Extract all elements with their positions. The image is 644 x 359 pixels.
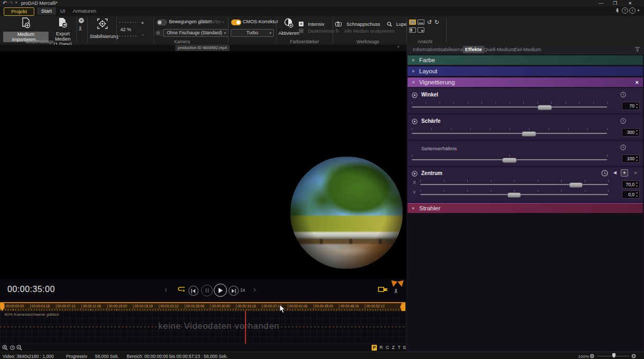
percent-decrease-button[interactable]: −	[141, 32, 145, 38]
cmos-toggle[interactable]	[231, 20, 241, 25]
timeline-zoom-in-icon[interactable]	[2, 345, 8, 351]
timeline-clock-icon[interactable]	[10, 345, 15, 350]
loop-playback-icon[interactable]	[177, 286, 186, 292]
mode-letter-r[interactable]: R	[378, 345, 384, 351]
analyze-all-button[interactable]: ↻ Alle Medien analysieren	[335, 26, 394, 35]
playback-speed-label[interactable]: 1x	[240, 287, 245, 293]
clock-icon[interactable]	[620, 144, 626, 150]
jump-forward-icon[interactable]: ›	[253, 285, 256, 294]
spinner-arrows[interactable]: ▲▼	[635, 181, 639, 188]
slider-handle-seitenverhaeltnis[interactable]	[502, 158, 517, 163]
quickbar-dropdown-icon[interactable]: ▾	[15, 1, 17, 5]
slider-handle-zentrum-y[interactable]	[507, 192, 521, 198]
trim-out-marker[interactable]	[397, 280, 405, 287]
value-box-schaerfe[interactable]: 300▲▼	[622, 128, 640, 137]
tab-ui[interactable]: UI	[56, 7, 70, 15]
collapse-strip-icon[interactable]: »	[396, 45, 401, 47]
slider-handle-zentrum-x[interactable]	[569, 182, 583, 188]
pause-button[interactable]	[201, 285, 213, 296]
view-layout-4-button[interactable]	[418, 27, 424, 33]
rotate-cw-icon[interactable]: ↻	[434, 19, 439, 26]
redo-icon[interactable]: ↷	[8, 0, 13, 6]
slider-track-winkel[interactable]	[412, 106, 607, 108]
timeline-zoom-out-icon[interactable]	[16, 345, 22, 351]
pin-icon[interactable]	[615, 8, 620, 13]
keyframe-record-icon[interactable]	[412, 92, 418, 98]
clock-icon[interactable]	[620, 118, 626, 124]
cut-scissors-icon[interactable]: ✂	[77, 26, 84, 31]
keyframe-record-icon[interactable]	[412, 171, 418, 177]
undo-icon[interactable]: ↶	[3, 0, 7, 6]
prev-keyframe-icon[interactable]: ◀	[613, 170, 617, 175]
rotate-ccw-icon[interactable]: ↺	[427, 19, 432, 26]
section-header-farbe[interactable]: » Farbe	[408, 55, 643, 65]
mode-letter-s[interactable]: S	[402, 345, 407, 351]
slider-track-seitenverhaeltnis[interactable]	[412, 159, 607, 160]
cut-at-playhead-icon[interactable]: ✂	[393, 288, 400, 293]
timeline-track-area[interactable]: 40% Kameraschwenk glätten keine Videodat…	[0, 311, 405, 344]
spinner-arrows[interactable]: ▲▼	[635, 102, 639, 110]
value-box-winkel[interactable]: 70▲▼	[622, 102, 640, 110]
panel-tab-ziel-medium[interactable]: Ziel-Medium	[512, 46, 543, 53]
section-header-layout[interactable]: » Layout	[408, 66, 643, 76]
slider-handle-schaerfe[interactable]	[522, 131, 536, 137]
ui-zoom-out-icon[interactable]	[590, 354, 594, 358]
slider-handle-winkel[interactable]	[537, 105, 552, 110]
minimize-button[interactable]: —	[599, 1, 603, 6]
value-box-seitenverhaeltnis[interactable]: 100▲▼	[622, 154, 640, 163]
next-keyframe-icon[interactable]: ▶	[634, 170, 638, 175]
skip-frame-button[interactable]	[229, 286, 239, 296]
close-button[interactable]: ×	[629, 1, 631, 6]
fisheye-dropdown[interactable]: Ohne Fischauge (Standard)▾	[163, 29, 229, 37]
tab-armaturen[interactable]: Armaturen	[69, 7, 100, 15]
skip-to-start-button[interactable]	[188, 286, 198, 296]
view-layout-2-button[interactable]	[418, 20, 424, 25]
view-layout-1-button[interactable]	[409, 20, 416, 25]
marker-flag-icon[interactable]	[378, 284, 390, 293]
playhead[interactable]	[245, 311, 246, 344]
slider-track-schaerfe[interactable]	[412, 133, 607, 134]
remove-clip-icon[interactable]: ×	[79, 18, 84, 23]
panel-tab-effekte[interactable]: Effekte	[463, 46, 484, 53]
ui-zoom-slider-handle[interactable]	[612, 353, 615, 358]
restore-button[interactable]: ❐	[613, 1, 617, 6]
percent-increase-button[interactable]: +	[141, 20, 144, 26]
clip-tab[interactable]: production ID 4608592.mp4	[175, 45, 230, 51]
keyframe-record-icon[interactable]	[412, 119, 418, 124]
projekt-button[interactable]: Projekt	[4, 7, 34, 16]
color-activate-button[interactable]: Aktivieren	[278, 18, 299, 39]
section-header-strahler[interactable]: » Strahler	[408, 203, 643, 213]
panel-filter-icon[interactable]	[635, 47, 640, 52]
view-layout-3-button[interactable]	[409, 27, 416, 33]
add-keyframe-icon[interactable]: +	[621, 169, 628, 177]
loupe-button[interactable]: Lupe	[387, 19, 406, 28]
stabilize-button[interactable]: Stabilisierung	[90, 18, 115, 41]
mode-letter-z[interactable]: Z	[391, 345, 396, 351]
smooth-turbo-dropdown[interactable]: Turbo ▾	[209, 19, 224, 24]
mode-letter-t[interactable]: T	[396, 345, 402, 351]
slider-track-zentrum-y[interactable]	[420, 194, 608, 195]
collapse-ribbon-icon[interactable]: ▲	[637, 8, 640, 12]
clock-icon[interactable]	[601, 170, 608, 177]
value-box-zentrum-y[interactable]: 0,0▲▼	[622, 190, 640, 199]
info-icon[interactable]: i	[629, 7, 636, 14]
play-button[interactable]	[214, 284, 227, 297]
mode-letter-p[interactable]: P	[372, 345, 377, 351]
export-media-button[interactable]: Export Medien (1 Datei)	[50, 17, 76, 42]
slider-track-zentrum-x[interactable]	[420, 184, 608, 185]
cmos-mode-dropdown[interactable]: Turbo▾	[231, 29, 274, 37]
deactivate-button[interactable]: − Deaktivieren	[299, 26, 334, 35]
remove-effect-icon[interactable]: ×	[636, 77, 639, 87]
spinner-arrows[interactable]: ▲▼	[635, 129, 639, 136]
jump-back-icon[interactable]: ‹	[165, 285, 167, 294]
spinner-arrows[interactable]: ▲▼	[635, 155, 639, 162]
help-icon[interactable]: ?	[622, 7, 628, 14]
section-header-vignettierung[interactable]: » Vignettierung ×	[408, 77, 643, 87]
timeline-ruler[interactable]: 00:00:00:0000:00:03:1800:00:07:1200:00:1…	[0, 302, 405, 311]
import-media-button[interactable]: Medium importieren...	[3, 17, 49, 39]
clock-icon[interactable]	[620, 92, 626, 98]
smooth-motion-toggle[interactable]	[157, 20, 167, 25]
trim-in-marker[interactable]	[390, 280, 397, 287]
tab-start[interactable]: Start	[37, 7, 56, 15]
spinner-arrows[interactable]: ▲▼	[635, 191, 639, 198]
